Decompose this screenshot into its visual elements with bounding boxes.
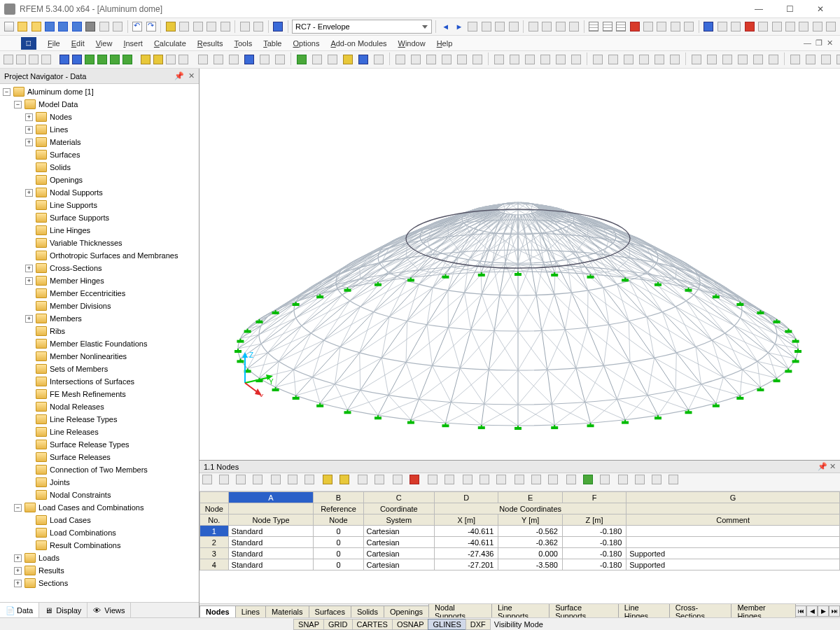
table-tool-13[interactable] bbox=[428, 475, 443, 490]
zoom-button[interactable] bbox=[178, 20, 190, 34]
nav1-button[interactable] bbox=[467, 20, 479, 34]
mod4-button[interactable] bbox=[743, 20, 755, 34]
tool2-btn-4[interactable] bbox=[258, 52, 272, 66]
flag-button[interactable] bbox=[140, 52, 151, 66]
redo-button[interactable] bbox=[145, 20, 157, 34]
navigator-tree[interactable]: −Aluminum dome [1]−Model Data+Nodes+Line… bbox=[0, 84, 199, 602]
table-tool-23[interactable] bbox=[600, 475, 615, 490]
menu-insert[interactable]: Insert bbox=[118, 38, 148, 49]
nav3-button[interactable] bbox=[494, 20, 506, 34]
mark3-button[interactable] bbox=[178, 52, 189, 66]
tree-group-results[interactable]: +Results bbox=[0, 564, 199, 577]
tree-item-cross-sections[interactable]: +Cross-Sections bbox=[0, 262, 199, 274]
tree-item-surface-release-types[interactable]: Surface Release Types bbox=[0, 438, 199, 451]
viewport-3d[interactable]: Z Y X bbox=[200, 69, 840, 460]
view2-button[interactable] bbox=[252, 20, 264, 34]
tool2-btn-30[interactable] bbox=[690, 52, 704, 66]
table-tab-lines[interactable]: Lines bbox=[235, 606, 266, 617]
tree-load-cases-group[interactable]: −Load Cases and Combinations bbox=[0, 501, 199, 514]
prev-button[interactable]: ◄ bbox=[440, 20, 451, 34]
mod3-button[interactable] bbox=[730, 20, 742, 34]
tool2-btn-0[interactable] bbox=[196, 52, 210, 66]
mod10-button[interactable] bbox=[825, 20, 836, 34]
res3-button[interactable] bbox=[554, 20, 566, 34]
tree-item-openings[interactable]: Openings bbox=[0, 174, 199, 186]
tree-item-nodal-releases[interactable]: Nodal Releases bbox=[0, 400, 199, 413]
tree-item-fe-mesh-refinements[interactable]: FE Mesh Refinements bbox=[0, 388, 199, 400]
tree-item-line-supports[interactable]: Line Supports bbox=[0, 199, 199, 211]
mod9-button[interactable] bbox=[811, 20, 823, 34]
table-tab-solids[interactable]: Solids bbox=[351, 606, 384, 617]
tree-item-solids[interactable]: Solids bbox=[0, 161, 199, 174]
tool2-btn-6[interactable] bbox=[295, 52, 309, 66]
tree-item-member-divisions[interactable]: Member Divisions bbox=[0, 300, 199, 312]
table-close-icon[interactable]: ✕ bbox=[830, 462, 836, 470]
table-tool-26[interactable] bbox=[652, 475, 667, 490]
sel-node-button[interactable] bbox=[15, 52, 27, 66]
mod5-button[interactable] bbox=[757, 20, 769, 34]
status-glines[interactable]: GLINES bbox=[428, 619, 465, 630]
tool2-btn-10[interactable] bbox=[356, 52, 370, 66]
tree-item-members[interactable]: +Members bbox=[0, 312, 199, 325]
zoom-extents-button[interactable] bbox=[192, 20, 204, 34]
sel-member-button[interactable] bbox=[41, 52, 52, 66]
mod1-button[interactable] bbox=[703, 20, 715, 34]
minimize-button[interactable]: — bbox=[743, 0, 774, 18]
tool2-btn-25[interactable] bbox=[606, 52, 620, 66]
sel-line-button[interactable] bbox=[28, 52, 39, 66]
disp4-button[interactable] bbox=[629, 20, 640, 34]
close-button[interactable]: ✕ bbox=[805, 0, 836, 18]
pin-icon[interactable]: 📌 bbox=[174, 71, 184, 80]
undo-button[interactable] bbox=[132, 20, 144, 34]
table-tab-member-hinges[interactable]: Member Hinges bbox=[731, 603, 796, 617]
tree-item-joints[interactable]: Joints bbox=[0, 476, 199, 489]
marker-button[interactable] bbox=[153, 52, 164, 66]
tool2-btn-27[interactable] bbox=[637, 52, 651, 66]
tool2-btn-11[interactable] bbox=[372, 52, 386, 66]
menu-results[interactable]: Results bbox=[192, 38, 229, 49]
tree-item-sets-of-members[interactable]: Sets of Members bbox=[0, 363, 199, 375]
tree-group-sections[interactable]: +Sections bbox=[0, 577, 199, 589]
table-tool-18[interactable] bbox=[514, 475, 530, 490]
draw-support-button[interactable] bbox=[109, 52, 120, 66]
mod2-button[interactable] bbox=[716, 20, 728, 34]
tool2-btn-1[interactable] bbox=[211, 52, 225, 66]
table-tool-24[interactable] bbox=[618, 475, 634, 490]
tool2-btn-24[interactable] bbox=[591, 52, 605, 66]
tree-item-orthotropic-surfaces-and-membranes[interactable]: Orthotropic Surfaces and Membranes bbox=[0, 249, 199, 262]
tool2-btn-33[interactable] bbox=[736, 52, 750, 66]
tool-button[interactable] bbox=[164, 20, 176, 34]
menu-view[interactable]: View bbox=[90, 38, 118, 49]
tree-item-surface-supports[interactable]: Surface Supports bbox=[0, 211, 199, 224]
tool2-btn-16[interactable] bbox=[455, 52, 469, 66]
tree-item-surface-releases[interactable]: Surface Releases bbox=[0, 451, 199, 463]
mdi-restore-button[interactable]: ❐ bbox=[816, 38, 822, 48]
tool2-btn-2[interactable] bbox=[227, 52, 241, 66]
table-tool-16[interactable] bbox=[479, 475, 495, 490]
open-file-button[interactable] bbox=[16, 20, 28, 34]
tree-item-line-hinges[interactable]: Line Hinges bbox=[0, 224, 199, 237]
menu-options[interactable]: Options bbox=[287, 38, 325, 49]
tree-item-nodes[interactable]: +Nodes bbox=[0, 111, 199, 123]
tool2-btn-3[interactable] bbox=[242, 52, 256, 66]
table-tab-surface-supports[interactable]: Surface Supports bbox=[549, 603, 619, 617]
tool2-btn-20[interactable] bbox=[523, 52, 537, 66]
next-button[interactable]: ► bbox=[453, 20, 465, 34]
tree-item-materials[interactable]: +Materials bbox=[0, 136, 199, 148]
nav-close-icon[interactable]: ✕ bbox=[188, 71, 195, 80]
table-tab-line-supports[interactable]: Line Supports bbox=[491, 603, 550, 617]
draw-line-button[interactable] bbox=[71, 52, 83, 66]
tool2-btn-31[interactable] bbox=[705, 52, 719, 66]
table-row[interactable]: 4Standard0Cartesian-27.201-3.580-0.180Su… bbox=[200, 559, 840, 570]
table-tab-nav-2[interactable]: ▶ bbox=[818, 606, 829, 617]
tree-item-result-combinations[interactable]: Result Combinations bbox=[0, 539, 199, 552]
tool2-btn-28[interactable] bbox=[652, 52, 666, 66]
table-tool-10[interactable] bbox=[374, 475, 390, 490]
nav2-button[interactable] bbox=[480, 20, 492, 34]
new-file-button[interactable] bbox=[3, 20, 15, 34]
save-all-button[interactable] bbox=[57, 20, 69, 34]
nav4-button[interactable] bbox=[507, 20, 519, 34]
menu-help[interactable]: Help bbox=[431, 38, 458, 49]
tree-item-member-hinges[interactable]: +Member Hinges bbox=[0, 274, 199, 287]
table-tool-21[interactable] bbox=[566, 475, 582, 490]
